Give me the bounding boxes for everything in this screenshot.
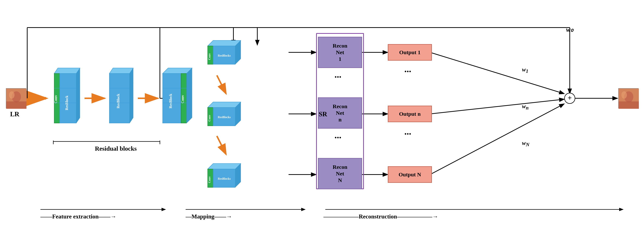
output-1: Output 1 bbox=[388, 44, 432, 61]
svg-marker-33 bbox=[54, 68, 80, 74]
output-dots-2: ··· bbox=[404, 128, 411, 139]
svg-text:ResBlocks: ResBlocks bbox=[218, 54, 231, 57]
svg-text:Conv: Conv bbox=[54, 95, 58, 104]
output-N: Output N bbox=[388, 166, 432, 183]
svg-line-85 bbox=[217, 136, 226, 154]
recon-dots-2: ··· bbox=[334, 132, 342, 143]
weight-w1: w1 bbox=[522, 66, 528, 74]
residual-brace bbox=[52, 140, 162, 147]
svg-marker-86 bbox=[208, 164, 241, 169]
svg-text:ResBlock: ResBlock bbox=[116, 94, 120, 108]
svg-text:Conv: Conv bbox=[208, 176, 211, 183]
svg-rect-94 bbox=[619, 102, 639, 109]
feat-block-1: Conv ResBlock bbox=[47, 59, 84, 138]
svg-marker-70 bbox=[208, 40, 241, 46]
sr-label: SR bbox=[11, 110, 635, 118]
svg-point-32 bbox=[9, 91, 14, 99]
svg-text:Conv: Conv bbox=[180, 95, 184, 104]
plus-circle: + bbox=[564, 93, 575, 104]
feat-block-2: ResBlock bbox=[104, 59, 137, 138]
mapping-label: —Mapping——→ bbox=[186, 213, 232, 220]
svg-marker-46 bbox=[109, 68, 133, 74]
svg-text:ResBlock: ResBlock bbox=[168, 94, 172, 108]
mapping-block-3: Conv ResBlocks bbox=[204, 160, 244, 193]
output-dots-1: ··· bbox=[404, 66, 411, 77]
svg-line-77 bbox=[217, 75, 226, 94]
feature-extraction-label: ——Feature extraction——→ bbox=[40, 213, 116, 220]
svg-text:ResBlocks: ResBlocks bbox=[218, 177, 231, 180]
svg-line-16 bbox=[430, 52, 564, 94]
mapping-arrow-1 bbox=[213, 74, 232, 97]
weight-wn: wn bbox=[522, 103, 528, 111]
feat-block-3: ResBlock Conv bbox=[157, 59, 196, 138]
recon-net-N: ReconNetN bbox=[318, 158, 362, 189]
weight-w0: w₀ bbox=[566, 26, 573, 34]
weight-wN: wN bbox=[522, 140, 530, 148]
mapping-arrow-2 bbox=[213, 134, 232, 158]
reconstruction-label: ——————Reconstruction——————→ bbox=[324, 213, 438, 220]
recon-net-1: ReconNet1 bbox=[318, 37, 362, 68]
svg-text:Conv: Conv bbox=[208, 53, 211, 60]
svg-rect-31 bbox=[6, 102, 26, 109]
svg-point-95 bbox=[622, 91, 627, 99]
sr-image bbox=[618, 88, 638, 108]
mapping-block-1: Conv ResBlocks bbox=[204, 37, 244, 70]
recon-dots-1: ··· bbox=[334, 72, 342, 82]
lr-image bbox=[6, 88, 26, 108]
svg-marker-78 bbox=[208, 102, 241, 108]
